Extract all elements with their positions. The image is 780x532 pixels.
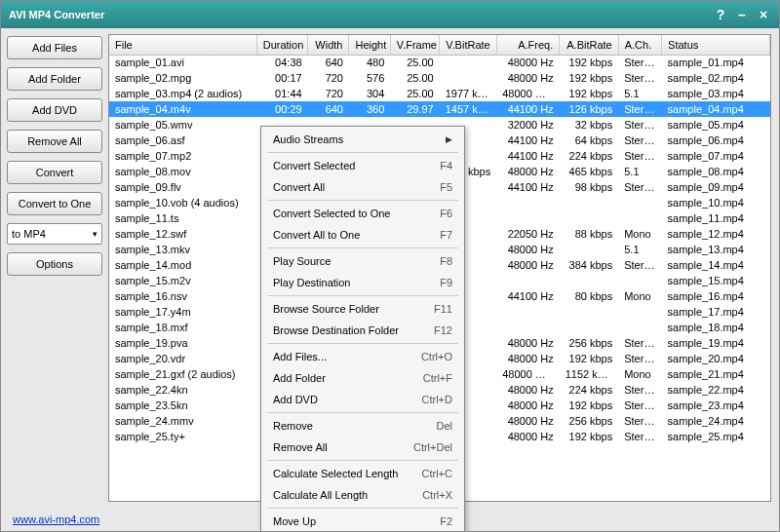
cell-ac: [618, 320, 661, 335]
add-files-button[interactable]: Add Files: [7, 36, 102, 59]
cell-ac: Stereo: [618, 382, 661, 398]
menu-separator: [267, 508, 458, 509]
col-vbitrate[interactable]: V.BitRate: [440, 35, 496, 55]
options-button[interactable]: Options: [7, 252, 102, 276]
menu-item[interactable]: Browse Destination FolderF12: [263, 320, 462, 341]
menu-item[interactable]: Browse Source FolderF11: [263, 298, 462, 320]
menu-item[interactable]: RemoveDel: [263, 415, 462, 437]
cell-w: 720: [308, 70, 349, 86]
table-row[interactable]: sample_01.avi04:3864048025.0048000 Hz192…: [109, 55, 770, 70]
col-vframe[interactable]: V.Frame: [390, 35, 439, 55]
cell-status: sample_04.mp4: [662, 101, 770, 117]
cell-dur: 00:29: [256, 101, 307, 117]
cell-file: sample_20.vdr: [109, 351, 256, 366]
cell-status: sample_21.mp4: [662, 366, 770, 382]
table-row[interactable]: sample_02.mpg00:1772057625.0048000 Hz192…: [109, 70, 770, 86]
table-row[interactable]: sample_04.m4v00:2964036029.971457 kbps44…: [109, 101, 770, 117]
menu-item[interactable]: Calculate All LengthCtrl+X: [263, 484, 462, 506]
menu-separator: [267, 412, 458, 413]
cell-status: sample_15.mp4: [662, 273, 770, 288]
menu-item-shortcut: F4: [440, 160, 452, 171]
table-row[interactable]: sample_03.mp4 (2 audios)01:4472030425.00…: [109, 86, 770, 101]
menu-item-shortcut: Ctrl+O: [421, 351, 452, 362]
cell-status: sample_01.mp4: [662, 55, 770, 70]
menu-item[interactable]: Convert Selected to OneF6: [263, 203, 462, 224]
cell-ac: Stereo: [618, 101, 661, 117]
cell-status: sample_17.mp4: [662, 304, 770, 320]
cell-ab: 80 kbps: [560, 288, 618, 304]
col-ach[interactable]: A.Ch.: [618, 35, 661, 55]
cell-file: sample_22.4kn: [109, 382, 256, 398]
cell-status: sample_23.mp4: [662, 398, 770, 413]
menu-item-label: Convert All to One: [273, 229, 440, 241]
cell-ab: [560, 242, 618, 257]
cell-ab: 256 kbps: [560, 335, 618, 351]
menu-item[interactable]: Play SourceF8: [263, 250, 462, 272]
cell-ac: 5.1: [618, 242, 661, 257]
col-height[interactable]: Height: [349, 35, 390, 55]
help-button[interactable]: ?: [713, 7, 728, 22]
menu-item[interactable]: Convert SelectedF4: [263, 155, 462, 176]
menu-item[interactable]: Audio Streams▶: [263, 129, 462, 150]
cell-ac: Stereo: [618, 429, 661, 444]
cell-vb: [440, 70, 496, 86]
convert-to-one-button[interactable]: Convert to One: [7, 192, 102, 215]
cell-status: sample_18.mp4: [662, 320, 770, 335]
close-button[interactable]: ×: [756, 7, 771, 22]
col-abitrate[interactable]: A.BitRate: [560, 35, 618, 55]
menu-item-label: Add Folder: [273, 372, 423, 384]
menu-item[interactable]: Calculate Selected LengthCtrl+C: [263, 463, 462, 484]
cell-af: 48000 Hz: [496, 70, 560, 86]
menu-item[interactable]: Add Files...Ctrl+O: [263, 346, 462, 367]
cell-ab: 192 kbps: [560, 86, 618, 101]
cell-w: 640: [308, 101, 349, 117]
website-link[interactable]: www.avi-mp4.com: [13, 513, 99, 525]
menu-item[interactable]: Convert All to OneF7: [263, 224, 462, 246]
cell-af: 48000 Hz: [496, 413, 560, 429]
menu-item-label: Browse Source Folder: [273, 303, 434, 315]
cell-af: 22050 Hz: [496, 226, 560, 242]
cell-ac: Stereo: [618, 55, 661, 70]
menu-item[interactable]: Remove AllCtrl+Del: [263, 437, 462, 458]
menu-item-shortcut: Ctrl+Del: [413, 441, 452, 453]
cell-af: 44100 Hz: [496, 148, 560, 164]
cell-af: 44100 Hz: [496, 133, 560, 148]
cell-status: sample_10.mp4: [662, 195, 770, 210]
col-status[interactable]: Status: [662, 35, 770, 55]
cell-ac: Stereo: [618, 148, 661, 164]
menu-separator: [267, 200, 458, 201]
menu-item-shortcut: F12: [434, 324, 452, 336]
col-afreq[interactable]: A.Freq.: [496, 35, 560, 55]
menu-item-shortcut: F8: [440, 255, 452, 267]
cell-vb: [440, 55, 496, 70]
menu-item[interactable]: Play DestinationF9: [263, 272, 462, 293]
cell-af: [496, 273, 560, 288]
convert-button[interactable]: Convert: [7, 161, 102, 184]
menu-item[interactable]: Move UpF2: [263, 511, 462, 532]
col-duration[interactable]: Duration: [256, 35, 307, 55]
menu-item-label: Remove All: [273, 441, 413, 453]
menu-item[interactable]: Add FolderCtrl+F: [263, 367, 462, 389]
cell-af: 44100 Hz: [496, 101, 560, 117]
format-select[interactable]: to MP4 ▾: [7, 223, 102, 245]
cell-file: sample_08.mov: [109, 164, 256, 179]
remove-all-button[interactable]: Remove All: [7, 130, 102, 153]
cell-af: 48000 Hz: [496, 55, 560, 70]
cell-ac: Stereo: [618, 133, 661, 148]
cell-vf: 25.00: [390, 70, 439, 86]
cell-ac: 5.1: [618, 164, 661, 179]
menu-item-shortcut: Ctrl+X: [422, 489, 452, 501]
cell-af: 44100 Hz: [496, 179, 560, 195]
menu-item[interactable]: Add DVDCtrl+D: [263, 389, 462, 410]
col-width[interactable]: Width: [308, 35, 349, 55]
add-dvd-button[interactable]: Add DVD: [7, 98, 102, 122]
minimize-button[interactable]: –: [734, 7, 750, 22]
menu-item-shortcut: F6: [440, 208, 452, 219]
menu-item[interactable]: Convert AllF5: [263, 176, 462, 198]
cell-file: sample_05.wmv: [109, 117, 256, 133]
cell-file: sample_23.5kn: [109, 398, 256, 413]
cell-ac: Stereo: [618, 179, 661, 195]
add-folder-button[interactable]: Add Folder: [7, 67, 102, 91]
format-select-value: to MP4: [12, 228, 46, 240]
col-file[interactable]: File: [109, 35, 256, 55]
